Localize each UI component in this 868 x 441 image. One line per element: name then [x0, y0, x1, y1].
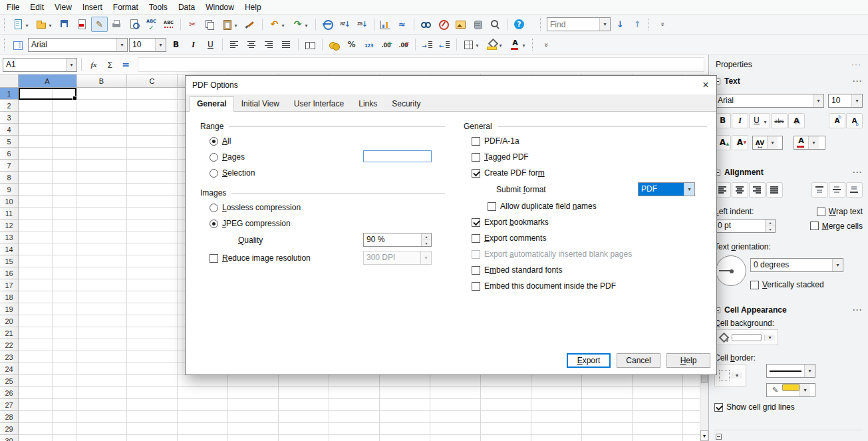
row-header[interactable]: 14 — [0, 243, 18, 255]
justify-button[interactable] — [278, 37, 295, 53]
row-header[interactable]: 2 — [0, 100, 18, 112]
name-box[interactable]: A1 — [3, 58, 77, 72]
checkbox-option[interactable]: Export bookmarks — [472, 214, 707, 230]
dropdown-arrow-icon[interactable] — [764, 335, 775, 341]
radio-option[interactable]: Selection — [210, 165, 445, 181]
zoom-button[interactable] — [487, 17, 504, 32]
sidebar-toggle-button[interactable] — [10, 37, 27, 53]
spin-up-icon[interactable] — [766, 220, 775, 226]
row-header[interactable]: 26 — [0, 387, 18, 399]
shrink-font-button[interactable] — [732, 135, 748, 150]
dropdown-arrow-icon[interactable] — [521, 40, 527, 49]
dialog-tab[interactable]: Initial View — [234, 96, 287, 112]
underline-button[interactable] — [202, 37, 219, 53]
dropdown-arrow-icon[interactable] — [155, 39, 166, 51]
dropdown-arrow-icon[interactable] — [767, 136, 778, 149]
row-header[interactable]: 12 — [0, 220, 18, 231]
align-middle-button[interactable] — [829, 182, 845, 198]
paste-button[interactable] — [219, 17, 241, 32]
more-options-icon[interactable] — [853, 76, 863, 86]
find-replace-button[interactable] — [418, 17, 434, 32]
pages-input[interactable] — [363, 150, 432, 162]
quality-spinner[interactable]: 90 % — [363, 233, 432, 247]
spin-down-icon[interactable] — [766, 226, 775, 232]
shadow-button[interactable] — [788, 113, 805, 128]
overflow-button[interactable] — [538, 37, 555, 53]
borders-button[interactable] — [460, 37, 483, 53]
select-all-corner[interactable] — [0, 74, 19, 87]
row-header[interactable]: 28 — [0, 411, 18, 423]
orientation-combobox[interactable]: 0 degrees — [750, 258, 843, 272]
more-options-icon[interactable] — [853, 168, 863, 177]
dialog-button[interactable]: Export — [567, 353, 611, 368]
dropdown-arrow-icon[interactable] — [684, 183, 694, 196]
dropdown-arrow-icon[interactable] — [303, 20, 309, 29]
formula-input[interactable] — [138, 57, 704, 72]
auto-spellcheck-button[interactable] — [160, 17, 177, 32]
vertically-stacked-checkbox[interactable]: Vertically stacked — [750, 280, 863, 289]
spin-up-icon[interactable] — [422, 233, 431, 240]
font-color-split-button[interactable] — [794, 136, 825, 150]
dropdown-arrow-icon[interactable] — [47, 20, 53, 29]
hyperlink-button[interactable] — [319, 17, 336, 32]
dropdown-arrow-icon[interactable] — [732, 372, 742, 378]
radio-option[interactable]: All — [210, 133, 445, 149]
submit-format-combobox[interactable]: PDF — [638, 182, 695, 196]
border-line-color-button[interactable] — [766, 383, 815, 397]
dropdown-arrow-icon[interactable] — [66, 59, 76, 71]
row-header[interactable]: 19 — [0, 303, 18, 315]
border-line-style-combobox[interactable] — [766, 364, 815, 378]
cell-border-presets-button[interactable] — [714, 364, 746, 386]
show-grid-lines-checkbox[interactable]: Show cell grid lines — [714, 402, 795, 412]
align-bottom-button[interactable] — [846, 182, 863, 198]
checkbox-option[interactable]: Tagged PDF — [472, 149, 707, 165]
delete-decimal-button[interactable] — [395, 37, 412, 53]
dropdown-arrow-icon[interactable] — [799, 384, 810, 396]
column-header[interactable]: B — [76, 74, 127, 87]
bold-button[interactable] — [168, 37, 184, 53]
justify-button[interactable] — [766, 182, 783, 198]
find-input[interactable] — [547, 18, 599, 31]
dropdown-arrow-icon[interactable] — [24, 20, 30, 29]
row-header[interactable]: 7 — [0, 160, 18, 172]
find-previous-button[interactable] — [629, 17, 646, 32]
menu-item[interactable]: Window — [200, 1, 239, 14]
left-indent-spinner[interactable]: 0 pt — [714, 219, 776, 233]
strikethrough-button[interactable] — [771, 113, 788, 128]
superscript-button[interactable] — [829, 113, 845, 128]
italic-button[interactable] — [185, 37, 202, 53]
dropdown-arrow-icon[interactable] — [116, 39, 127, 51]
wrap-text-checkbox[interactable]: Wrap text — [817, 207, 863, 216]
checkbox-option[interactable]: Embed this document inside the PDF — [472, 278, 707, 294]
sum-button[interactable] — [102, 57, 118, 72]
cell-background-color-button[interactable] — [714, 329, 778, 345]
sort-ascending-button[interactable] — [337, 17, 353, 32]
dialog-button[interactable]: Cancel — [617, 353, 660, 368]
font-size-combobox[interactable]: 10 — [129, 38, 166, 52]
save-button[interactable] — [57, 17, 73, 32]
add-decimal-button[interactable] — [378, 37, 394, 53]
column-header[interactable]: A — [19, 74, 76, 87]
row-header[interactable]: 5 — [0, 136, 18, 148]
menu-item[interactable]: File — [1, 1, 25, 14]
undo-button[interactable] — [266, 17, 289, 32]
radio-option[interactable]: JPEG compression — [210, 216, 445, 231]
indent-increase-button[interactable] — [419, 37, 436, 53]
align-center-button[interactable] — [243, 37, 260, 53]
dialog-tab[interactable]: Links — [351, 96, 384, 112]
dropdown-arrow-icon[interactable] — [804, 365, 815, 377]
export-pdf-button[interactable] — [74, 17, 90, 32]
insert-chart-button[interactable] — [378, 17, 393, 31]
row-header[interactable]: 1 — [0, 88, 18, 100]
more-options-icon[interactable] — [853, 305, 863, 315]
row-header[interactable]: 4 — [0, 124, 18, 136]
format-currency-button[interactable] — [326, 37, 343, 53]
dropdown-arrow-icon[interactable] — [599, 18, 610, 31]
align-right-button[interactable] — [749, 182, 766, 198]
row-header[interactable]: 9 — [0, 184, 18, 196]
row-header[interactable]: 30 — [0, 435, 18, 441]
dropdown-arrow-icon[interactable] — [498, 40, 504, 49]
character-spacing-combobox[interactable] — [752, 136, 783, 150]
dropdown-arrow-icon[interactable] — [832, 259, 843, 271]
font-color-button[interactable] — [507, 37, 529, 53]
